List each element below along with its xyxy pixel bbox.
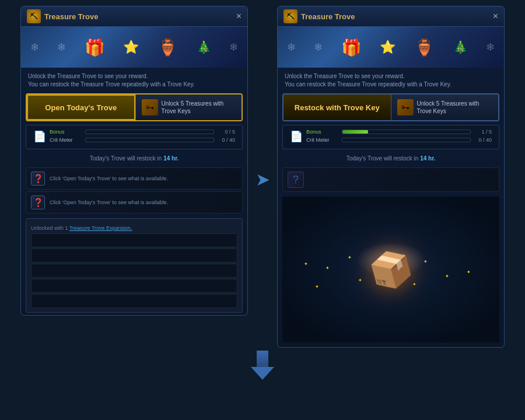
arrow-down-head [251, 367, 274, 380]
expansion-text: Unlocked with 1 Treasure Trove Expansion… [31, 225, 132, 231]
right-question-slot: ? [282, 167, 499, 192]
locked-row-1 [31, 233, 237, 247]
doc-icon-right: 📄 [290, 129, 303, 143]
down-arrow [251, 351, 274, 380]
right-desc-area: Unlock the Treasure Trove to see your re… [278, 68, 504, 93]
left-secondary-button[interactable]: 🗝 Unlock 5 Treasures with Trove Keys [135, 94, 242, 120]
right-panel-title: Treasure Trove [301, 12, 355, 21]
left-secondary-label: Unlock 5 Treasures with Trove Keys [162, 100, 236, 115]
banner-star-r1: ⭐ [380, 40, 396, 55]
left-doc-area: 📄 Bonus 0 / 5 Crit Meter [31, 129, 237, 145]
right-panel-title-area: ⛏ Treasure Trove [284, 9, 355, 23]
right-bonus-value: 1 / 5 [474, 129, 492, 135]
sparkle-9: ✦ [304, 261, 308, 267]
left-panel-title-area: ⛏ Treasure Trove [27, 9, 99, 23]
right-banner: ❄ ❄ 🎁 ⭐ 🏺 🎄 ❄ [278, 27, 504, 68]
left-desc-line2: You can restock the Treasure Trove repea… [28, 80, 240, 89]
right-bonus-bar-bg [342, 130, 471, 134]
question-icon-1: ❓ [31, 172, 45, 186]
left-desc-area: Unlock the Treasure Trove to see your re… [21, 68, 247, 93]
right-crit-row: Crit Meter 0 / 40 [306, 137, 492, 143]
right-crit-label: Crit Meter [306, 137, 338, 143]
restock-with-trove-key-button[interactable]: Restock with Trove Key [284, 94, 391, 120]
right-doc-area: 📄 Bonus 1 / 5 Crit Meter [288, 129, 494, 145]
open-today-trove-button[interactable]: Open Today's Trove [27, 94, 135, 120]
left-slot-2: ❓ Click 'Open Today's Trove' to see what… [26, 191, 243, 214]
left-crit-value: 0 / 40 [218, 137, 235, 143]
right-arrow-icon: ➤ [256, 169, 270, 190]
key-icon-left: 🗝 [142, 99, 158, 116]
open-today-trove-label: Open Today's Trove [34, 103, 128, 112]
arrow-down-body [257, 351, 268, 367]
left-slot-1-text: Click 'Open Today's Trove' to see what i… [50, 176, 168, 181]
left-crit-bar-bg [85, 138, 214, 142]
sparkle-4: ✦ [445, 274, 449, 279]
locked-row-2 [31, 249, 237, 262]
left-expansion-section: Unlocked with 1 Treasure Trove Expansion… [26, 218, 243, 313]
chest-scene: ✦ ✦ ✦ ✦ ✦ ✦ ✦ ✦ ✦ ✦ ⭐ 📦 [282, 249, 499, 290]
right-bonus-row: Bonus 1 / 5 [306, 129, 492, 135]
banner-star-1: ⭐ [123, 40, 139, 55]
banner-decoration: ❄ ❄ 🎁 ⭐ 🏺 🎄 ❄ [21, 27, 247, 68]
right-panel-header: ⛏ Treasure Trove × [278, 6, 504, 27]
snowflake-r2: ❄ [314, 41, 323, 54]
right-banner-decoration: ❄ ❄ 🎁 ⭐ 🏺 🎄 ❄ [278, 27, 504, 68]
left-slot-2-text: Click 'Open Today's Trove' to see what i… [50, 200, 168, 205]
right-crit-bar-bg [342, 138, 471, 142]
sparkle-3: ✦ [326, 265, 330, 271]
snowflake-r1: ❄ [287, 41, 296, 54]
key-icon-right: 🗝 [397, 99, 414, 116]
left-slots-area: ❓ Click 'Open Today's Trove' to see what… [21, 165, 247, 216]
right-crit-value: 0 / 40 [474, 137, 492, 143]
left-restock-text: Today's Trove will restock in [90, 155, 162, 162]
snowflake-3: ❄ [229, 41, 238, 54]
left-bonus-value: 0 / 5 [218, 129, 235, 135]
treasure-chest-banner-r2: 🏺 [414, 38, 435, 57]
treasure-chest-banner-1: 🎁 [85, 38, 105, 57]
sparkle-1: ✦ [348, 255, 352, 260]
locked-row-5 [31, 294, 237, 308]
helmet-icon-right: ⛏ [284, 9, 298, 23]
snowflake-2: ❄ [57, 41, 66, 54]
panels-row: ⛏ Treasure Trove × ❄ ❄ 🎁 ⭐ 🏺 🎄 ❄ [0, 0, 525, 348]
doc-icon-left: 📄 [33, 129, 46, 143]
sparkle-5: ✦ [358, 278, 362, 283]
arrow-connector: ➤ [248, 6, 277, 190]
candy-cane-1: 🎄 [197, 40, 211, 54]
sparkle-10: ✦ [315, 284, 319, 289]
left-close-button[interactable]: × [236, 12, 242, 21]
right-secondary-button[interactable]: 🗝 Unlock 5 Treasures with Trove Keys [391, 94, 499, 120]
left-restock-time: 14 hr. [163, 155, 178, 162]
left-progress-area: 📄 Bonus 0 / 5 Crit Meter [26, 125, 243, 149]
right-desc-line2: You can restock the Treasure Trove repea… [285, 80, 497, 89]
right-bonus-bar-fill [342, 130, 368, 134]
main-container: ⛏ Treasure Trove × ❄ ❄ 🎁 ⭐ 🏺 🎄 ❄ [0, 0, 525, 420]
left-bonus-row: Bonus 0 / 5 [50, 129, 235, 135]
left-panel-title: Treasure Trove [44, 12, 99, 21]
left-slot-1: ❓ Click 'Open Today's Trove' to see what… [26, 167, 243, 190]
bottom-section [0, 348, 525, 380]
right-restock-text: Today's Trove will restock in [346, 155, 419, 162]
left-crit-label: Crit Meter [50, 137, 82, 143]
question-icon-right: ? [288, 172, 304, 188]
left-panel-header: ⛏ Treasure Trove × [21, 6, 247, 27]
right-close-button[interactable]: × [493, 12, 498, 21]
left-desc-line1: Unlock the Treasure Trove to see your re… [28, 72, 240, 80]
right-restock-time: 14 hr. [420, 155, 435, 162]
candy-cane-r1: 🎄 [453, 40, 468, 54]
left-panel: ⛏ Treasure Trove × ❄ ❄ 🎁 ⭐ 🏺 🎄 ❄ [20, 6, 248, 316]
helmet-icon: ⛏ [27, 9, 41, 23]
left-bonus-bar-bg [85, 130, 214, 134]
snowflake-r3: ❄ [486, 41, 495, 54]
right-panel: ⛏ Treasure Trove × ❄ ❄ 🎁 ⭐ 🏺 🎄 ❄ [277, 6, 505, 348]
treasure-chest-banner-2: 🏺 [158, 38, 178, 57]
right-action-row: Restock with Trove Key 🗝 Unlock 5 Treasu… [282, 93, 499, 121]
right-bonus-label: Bonus [306, 129, 338, 135]
left-crit-row: Crit Meter 0 / 40 [50, 137, 235, 143]
left-restock-timer: Today's Trove will restock in 14 hr. [21, 153, 247, 165]
sparkle-8: ✦ [467, 270, 471, 275]
right-progress-area: 📄 Bonus 1 / 5 Crit Meter [282, 125, 499, 149]
question-icon-2: ❓ [31, 195, 45, 209]
expansion-link[interactable]: Treasure Trove Expansion. [69, 225, 132, 231]
locked-row-4 [31, 279, 237, 293]
